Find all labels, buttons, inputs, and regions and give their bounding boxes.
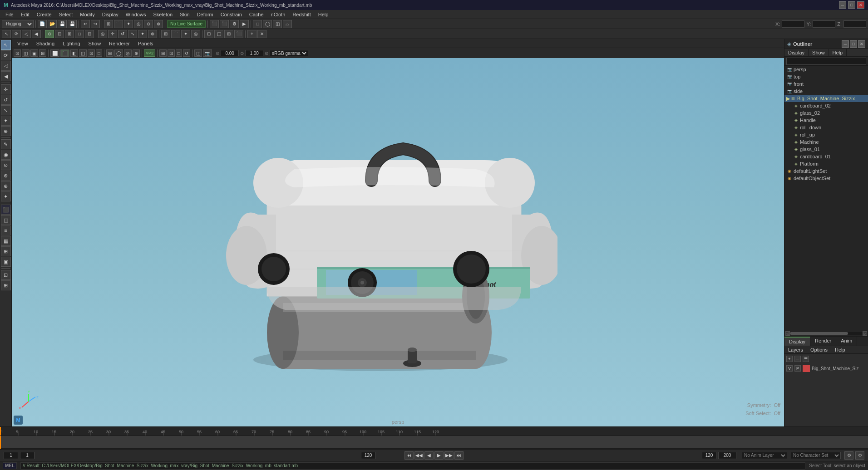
vp-lighting-menu[interactable]: Lighting bbox=[59, 40, 84, 47]
options-subtab[interactable]: Options bbox=[807, 346, 831, 353]
hscroll-thumb[interactable] bbox=[790, 332, 848, 335]
outliner-item-rollup[interactable]: ◈ roll_up bbox=[784, 131, 868, 138]
vp-renderer-menu[interactable]: Renderer bbox=[105, 40, 133, 47]
menu-display[interactable]: Display bbox=[99, 11, 122, 18]
outliner-item-platform[interactable]: ◈ Platform bbox=[784, 160, 868, 167]
hscroll-left[interactable]: ◁ bbox=[785, 331, 790, 336]
outliner-item-persp[interactable]: 📷 persp bbox=[784, 66, 868, 73]
show-all-btn[interactable]: ⊞ bbox=[224, 30, 233, 38]
go-start-btn[interactable]: ⏮ bbox=[404, 451, 414, 460]
outliner-search-input[interactable] bbox=[786, 58, 866, 65]
z-input[interactable] bbox=[843, 20, 866, 28]
uvmap-mode-btn[interactable]: ⊟ bbox=[85, 30, 94, 38]
menu-deform[interactable]: Deform bbox=[193, 11, 217, 18]
outliner-item-objset[interactable]: ◉ defaultObjectSet bbox=[784, 175, 868, 182]
shadow-btn[interactable]: ◎ bbox=[124, 49, 132, 57]
lasso-tool-btn[interactable]: ◁ bbox=[1, 61, 11, 71]
menu-ncloth[interactable]: nCloth bbox=[267, 11, 289, 18]
scale-btn[interactable]: ⤡ bbox=[128, 30, 137, 38]
paint-btn2[interactable]: ✎ bbox=[1, 139, 11, 149]
layer-p[interactable]: P bbox=[794, 365, 801, 372]
select-mode-btn[interactable]: ↖ bbox=[2, 30, 11, 38]
outliner-item-cardboard01[interactable]: ◈ cardboard_01 bbox=[784, 153, 868, 160]
timeline-track[interactable] bbox=[0, 436, 868, 449]
play-fwd-btn[interactable]: ▶ bbox=[434, 451, 444, 460]
close-button[interactable]: ✕ bbox=[857, 1, 864, 9]
outliner-tab-show[interactable]: Show bbox=[809, 49, 829, 56]
menu-help[interactable]: Help bbox=[315, 11, 332, 18]
snap-surface-btn[interactable]: ⊗ bbox=[154, 20, 163, 28]
pts-btn[interactable]: ⊡ bbox=[88, 49, 95, 57]
playback-settings2-btn[interactable]: ⚙ bbox=[855, 451, 864, 460]
step-fwd-btn[interactable]: ▶▶ bbox=[444, 451, 454, 460]
universal-tool-btn[interactable]: ✦ bbox=[1, 116, 11, 126]
layer-item[interactable]: V P Big_Shot_Machine_Siz bbox=[784, 364, 868, 373]
last-tool-btn[interactable]: ⊕ bbox=[148, 30, 157, 38]
manip-btn2[interactable]: ⊕ bbox=[1, 126, 11, 136]
snap-live-btn[interactable]: ⊙ bbox=[144, 20, 153, 28]
menu-constrain[interactable]: Constrain bbox=[217, 11, 246, 18]
tex-btn[interactable]: ⊞ bbox=[106, 49, 113, 57]
ipr-btn[interactable]: ⬛ bbox=[220, 20, 229, 28]
gamma-mode-select[interactable]: sRGB gamma bbox=[270, 50, 308, 56]
rotate-tool-btn[interactable]: ↺ bbox=[1, 95, 11, 105]
frame-end-input[interactable] bbox=[361, 452, 375, 459]
outliner-item-lightset[interactable]: ◉ defaultLightSet bbox=[784, 167, 868, 175]
soft-sel-btn[interactable]: ◎ bbox=[98, 30, 107, 38]
mode-dropdown[interactable]: Rigging bbox=[2, 20, 34, 28]
curve-btn[interactable]: ⌓ bbox=[283, 20, 292, 28]
outliner-item-glass01[interactable]: ◈ glass_01 bbox=[784, 146, 868, 153]
move-tool-btn[interactable]: ✛ bbox=[1, 84, 11, 94]
paint-select-btn[interactable]: ◁ bbox=[22, 30, 31, 38]
menu-skeleton[interactable]: Skeleton bbox=[149, 11, 176, 18]
ao-btn[interactable]: ⊕ bbox=[133, 49, 140, 57]
save-btn[interactable]: 💾 bbox=[58, 20, 67, 28]
joint-tool-btn[interactable]: ◉ bbox=[1, 150, 11, 160]
cross-btn[interactable]: ✕ bbox=[257, 30, 266, 38]
smooth-shade-btn[interactable]: ⬛ bbox=[60, 49, 69, 57]
y-input[interactable] bbox=[813, 20, 835, 28]
restore-button[interactable]: □ bbox=[848, 1, 855, 9]
outliner-item-group[interactable]: ▶ ⊞ Big_Shot_Machine_Sizzix_ bbox=[784, 95, 868, 102]
outliner-item-cardboard02[interactable]: ◈ cardboard_02 bbox=[784, 102, 868, 109]
vp-shading-menu[interactable]: Shading bbox=[33, 40, 58, 47]
cam-l-btn[interactable]: ⊡ bbox=[1, 270, 11, 280]
cam-icon-btn[interactable]: ⊡ bbox=[14, 49, 21, 57]
render-region-btn[interactable]: ◫ bbox=[1, 215, 11, 225]
save-as-btn[interactable]: 💾 bbox=[68, 20, 77, 28]
light-l-btn[interactable]: ⊞ bbox=[1, 280, 11, 290]
snap-pt2-btn[interactable]: ✦ bbox=[181, 30, 190, 38]
snap-curve2-btn[interactable]: ⌒ bbox=[171, 30, 180, 38]
snap-grid2-btn[interactable]: ⊞ bbox=[161, 30, 170, 38]
scale-tool-btn[interactable]: ⤡ bbox=[1, 105, 11, 115]
wire-shade-btn[interactable]: ◫ bbox=[79, 49, 87, 57]
snap-point-btn[interactable]: ✦ bbox=[124, 20, 133, 28]
menu-select[interactable]: Select bbox=[55, 11, 77, 18]
hud-btn[interactable]: ⊡ bbox=[168, 49, 175, 57]
play-back-btn[interactable]: ◀ bbox=[424, 451, 434, 460]
no-live-surface-btn[interactable]: No Live Surface bbox=[167, 20, 206, 28]
lasso-mode-btn[interactable]: ⟳ bbox=[12, 30, 21, 38]
grid-btn[interactable]: ⊞ bbox=[159, 49, 167, 57]
vertex-mode-btn[interactable]: ⊡ bbox=[55, 30, 64, 38]
layer-opts-btn[interactable]: ☰ bbox=[803, 356, 809, 362]
hypershade-btn[interactable]: ▦ bbox=[1, 236, 11, 246]
outliner-tab-display[interactable]: Display bbox=[784, 49, 809, 56]
select-tool-btn[interactable]: ↖ bbox=[1, 40, 11, 50]
snap-view2-btn[interactable]: ◎ bbox=[191, 30, 200, 38]
orn-btn[interactable]: ↺ bbox=[183, 49, 190, 57]
outliner-close[interactable]: ✕ bbox=[858, 40, 865, 48]
display-tab[interactable]: Display bbox=[784, 337, 810, 346]
menu-redshift[interactable]: Redshift bbox=[289, 11, 314, 18]
hide-sel-btn[interactable]: ⬛ bbox=[234, 30, 243, 38]
anim-layer-select[interactable]: No Anim Layer bbox=[742, 452, 787, 459]
cluster-btn[interactable]: ⊕ bbox=[1, 181, 11, 191]
screenshot-btn[interactable]: 📷 bbox=[203, 49, 212, 57]
region-btn[interactable]: ◫ bbox=[194, 49, 202, 57]
menu-cache[interactable]: Cache bbox=[246, 11, 267, 18]
menu-edit[interactable]: Edit bbox=[17, 11, 33, 18]
hscroll-right[interactable]: ▷ bbox=[863, 331, 867, 336]
playback-settings-btn[interactable]: ⚙ bbox=[844, 451, 853, 460]
snap-grid-btn[interactable]: ⊞ bbox=[104, 20, 113, 28]
range-end-input[interactable] bbox=[702, 452, 716, 459]
